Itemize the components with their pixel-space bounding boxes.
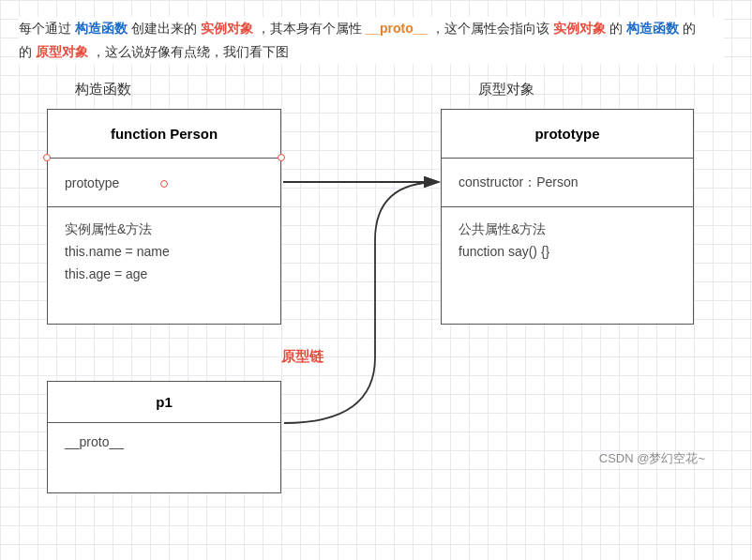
box-prototype: prototype constructor：Person 公共属性&方法 fun… — [441, 109, 694, 325]
diagram-area: 构造函数 原型对象 function Person prototype 实例属性… — [19, 81, 724, 475]
box-prototype-constructor: constructor：Person — [442, 159, 693, 207]
box-person-title: function Person — [48, 110, 280, 159]
box-prototype-title: prototype — [442, 110, 693, 159]
box-p1: p1 __proto__ — [47, 381, 281, 493]
box-function-person: function Person prototype 实例属性&方法 this.n… — [47, 109, 281, 325]
box-person-methods: 实例属性&方法 this.name = name this.age = age — [48, 207, 280, 296]
description-text: 每个通过 构造函数 创建出来的 实例对象 ，其本身有个属性 __proto__ … — [19, 17, 724, 64]
chain-label: 原型链 — [281, 348, 323, 366]
label-prototype-obj: 原型对象 — [478, 81, 534, 98]
watermark: CSDN @梦幻空花~ — [599, 450, 705, 467]
box-prototype-methods: 公共属性&方法 function say() {} — [442, 207, 693, 275]
box-p1-proto: __proto__ — [48, 423, 280, 461]
box-p1-title: p1 — [48, 382, 280, 423]
circle-dot-bottom-center — [160, 180, 168, 188]
label-constructor: 构造函数 — [75, 81, 131, 98]
circle-dot-right-top — [278, 154, 285, 161]
